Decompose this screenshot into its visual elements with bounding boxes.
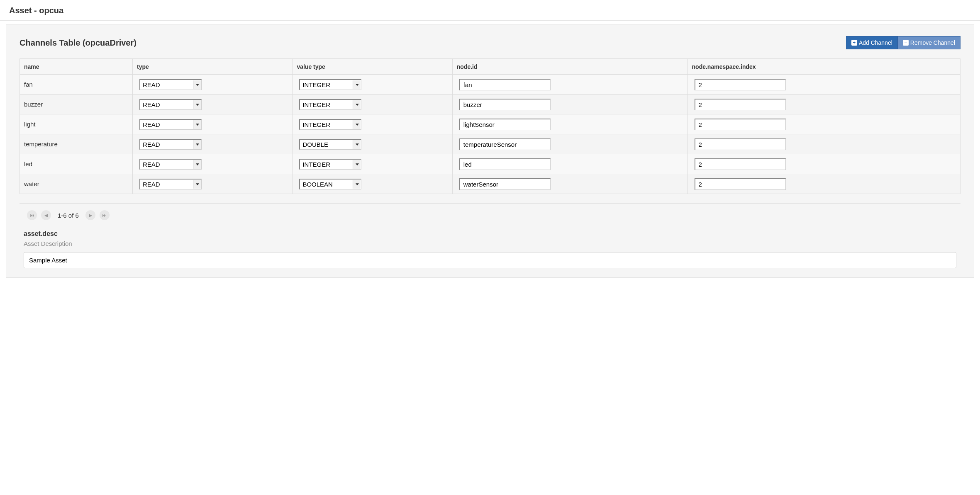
col-header-name: name [20, 59, 133, 75]
node-id-input[interactable] [460, 80, 550, 90]
node-id-input-wrap [459, 158, 551, 170]
value-type-select[interactable]: INTEGER [300, 100, 361, 109]
cell-ns-index [687, 75, 960, 95]
cell-ns-index [687, 134, 960, 154]
pager-next-icon[interactable]: ▶ [85, 210, 95, 220]
col-header-value-type: value type [293, 59, 452, 75]
cell-node-id [452, 114, 687, 134]
asset-desc-title: asset.desc [24, 230, 960, 238]
asset-desc-subtitle: Asset Description [24, 240, 960, 247]
ns-index-input[interactable] [695, 179, 785, 189]
node-id-input[interactable] [460, 139, 550, 150]
ns-index-input[interactable] [695, 159, 785, 170]
cell-node-id [452, 134, 687, 154]
channels-panel: Channels Table (opcuaDriver) + Add Chann… [6, 24, 974, 278]
ns-index-input-wrap [695, 119, 786, 130]
ns-index-input-wrap [695, 158, 786, 170]
channels-table: name type value type node.id node.namesp… [20, 58, 960, 194]
pager-last-icon[interactable]: ⏭ [100, 210, 110, 220]
cell-name: fan [20, 75, 133, 95]
ns-index-input-wrap [695, 79, 786, 90]
node-id-input[interactable] [460, 119, 550, 130]
cell-name: temperature [20, 134, 133, 154]
node-id-input-wrap [459, 178, 551, 190]
value-type-select-wrap: INTEGER [299, 99, 361, 110]
type-select-wrap: READ [139, 79, 202, 90]
cell-type: READ [133, 95, 293, 114]
value-type-select[interactable]: INTEGER [300, 120, 361, 129]
ns-index-input[interactable] [695, 139, 785, 150]
value-type-select-wrap: BOOLEAN [299, 179, 361, 189]
ns-index-input[interactable] [695, 99, 785, 110]
asset-desc-input[interactable] [24, 252, 956, 268]
type-select[interactable]: READ [140, 120, 201, 129]
col-header-ns-index: node.namespace.index [687, 59, 960, 75]
minus-icon: − [903, 40, 909, 46]
table-row[interactable]: lightREADINTEGER [20, 114, 960, 134]
cell-name: water [20, 174, 133, 194]
type-select[interactable]: READ [140, 80, 201, 90]
node-id-input[interactable] [460, 179, 550, 189]
value-type-select[interactable]: DOUBLE [300, 140, 361, 149]
ns-index-input[interactable] [695, 119, 785, 130]
table-row[interactable]: fanREADINTEGER [20, 75, 960, 95]
remove-channel-label: Remove Channel [910, 39, 955, 46]
pager: ⏮ ◀ 1-6 of 6 ▶ ⏭ [20, 204, 960, 224]
ns-index-input[interactable] [695, 80, 785, 90]
cell-value-type: INTEGER [293, 95, 452, 114]
table-row[interactable]: temperatureREADDOUBLE [20, 134, 960, 154]
cell-ns-index [687, 174, 960, 194]
cell-ns-index [687, 114, 960, 134]
cell-value-type: INTEGER [293, 75, 452, 95]
cell-name: led [20, 154, 133, 174]
value-type-select[interactable]: BOOLEAN [300, 180, 361, 189]
cell-node-id [452, 95, 687, 114]
node-id-input[interactable] [460, 159, 550, 170]
cell-type: READ [133, 75, 293, 95]
add-channel-button[interactable]: + Add Channel [846, 36, 898, 49]
add-channel-label: Add Channel [859, 39, 892, 46]
type-select-wrap: READ [139, 119, 202, 130]
cell-type: READ [133, 154, 293, 174]
panel-actions: + Add Channel − Remove Channel [846, 36, 960, 49]
node-id-input-wrap [459, 79, 551, 90]
node-id-input-wrap [459, 119, 551, 130]
plus-icon: + [851, 40, 857, 46]
cell-ns-index [687, 154, 960, 174]
cell-name: buzzer [20, 95, 133, 114]
table-header-row: name type value type node.id node.namesp… [20, 59, 960, 75]
cell-ns-index [687, 95, 960, 114]
node-id-input-wrap [459, 138, 551, 150]
table-row[interactable]: ledREADINTEGER [20, 154, 960, 174]
type-select[interactable]: READ [140, 140, 201, 149]
cell-value-type: BOOLEAN [293, 174, 452, 194]
type-select[interactable]: READ [140, 100, 201, 109]
cell-value-type: INTEGER [293, 114, 452, 134]
value-type-select[interactable]: INTEGER [300, 160, 361, 169]
cell-type: READ [133, 134, 293, 154]
value-type-select-wrap: INTEGER [299, 159, 361, 170]
cell-value-type: INTEGER [293, 154, 452, 174]
pager-prev-icon[interactable]: ◀ [41, 210, 51, 220]
type-select[interactable]: READ [140, 160, 201, 169]
value-type-select[interactable]: INTEGER [300, 80, 361, 90]
cell-type: READ [133, 114, 293, 134]
cell-type: READ [133, 174, 293, 194]
table-row[interactable]: buzzerREADINTEGER [20, 95, 960, 114]
panel-header: Channels Table (opcuaDriver) + Add Chann… [20, 36, 960, 49]
cell-node-id [452, 174, 687, 194]
ns-index-input-wrap [695, 138, 786, 150]
page-title: Asset - opcua [0, 0, 980, 21]
pager-range: 1-6 of 6 [58, 212, 79, 219]
node-id-input[interactable] [460, 99, 550, 110]
type-select-wrap: READ [139, 159, 202, 170]
remove-channel-button[interactable]: − Remove Channel [898, 36, 960, 49]
cell-node-id [452, 154, 687, 174]
table-row[interactable]: waterREADBOOLEAN [20, 174, 960, 194]
type-select[interactable]: READ [140, 180, 201, 189]
type-select-wrap: READ [139, 139, 202, 150]
ns-index-input-wrap [695, 99, 786, 110]
pager-first-icon[interactable]: ⏮ [27, 210, 37, 220]
value-type-select-wrap: INTEGER [299, 79, 361, 90]
type-select-wrap: READ [139, 99, 202, 110]
